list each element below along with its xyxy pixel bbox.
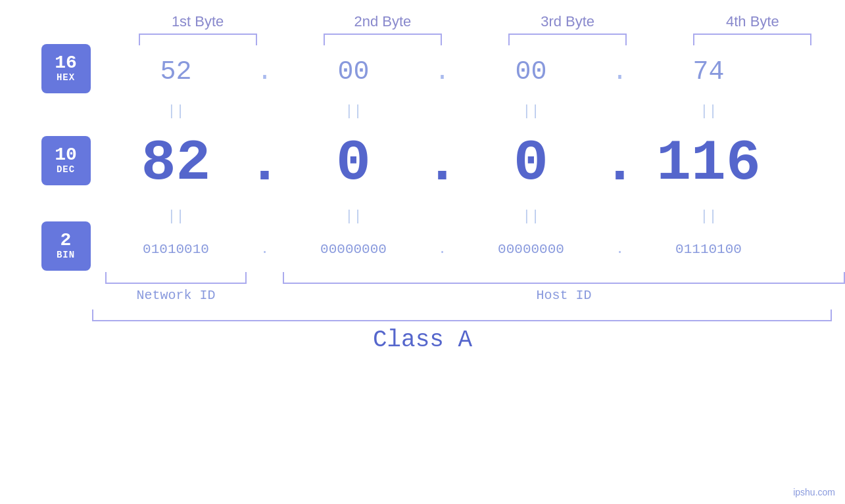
top-brackets [0, 34, 845, 45]
hex-row: 52 . 00 . 00 . 74 [105, 45, 845, 98]
bin-dot-3: . [602, 242, 638, 257]
eq1-spacer [26, 98, 105, 124]
main-container: 1st Byte 2nd Byte 3rd Byte 4th Byte 16 H… [0, 0, 845, 504]
bracket-network-id [105, 272, 247, 284]
hex-dot-3: . [602, 57, 638, 87]
class-label: Class A [0, 327, 845, 354]
eq1-2: || [283, 103, 424, 120]
bin-badge-label: BIN [57, 250, 75, 260]
bin-badge-number: 2 [60, 231, 72, 250]
eq2-4: || [638, 208, 779, 225]
bin-badge: 2 BIN [41, 221, 91, 271]
bin-val-1: 01010010 [105, 242, 247, 257]
dec-dot-3: . [602, 131, 638, 196]
hex-val-4: 74 [638, 57, 779, 87]
network-id-label: Network ID [105, 288, 247, 303]
hex-dot-2: . [424, 57, 460, 87]
byte-header-2: 2nd Byte [310, 13, 455, 30]
byte-header-1: 1st Byte [126, 13, 270, 30]
eq2-3: || [460, 208, 602, 225]
bracket-top-3 [508, 34, 627, 45]
eq1-1: || [105, 103, 247, 120]
hex-badge-label: HEX [57, 72, 75, 83]
content-wrapper: 16 HEX 10 DEC 2 BIN [0, 45, 845, 303]
host-id-label: Host ID [283, 288, 845, 303]
values-column: 52 . 00 . 00 . 74 [105, 45, 845, 303]
dec-dot-1: . [247, 131, 283, 196]
badges-column: 16 HEX 10 DEC 2 BIN [26, 45, 105, 303]
watermark: ipshu.com [793, 487, 835, 497]
bin-dot-1: . [247, 242, 283, 257]
bin-val-4: 01110100 [638, 242, 779, 257]
byte-header-3: 3rd Byte [495, 13, 640, 30]
bin-val-2: 00000000 [283, 242, 424, 257]
dec-dot-2: . [424, 131, 460, 196]
equals-row-1: || || || || [105, 98, 845, 124]
eq1-3: || [460, 103, 602, 120]
byte-headers-row: 1st Byte 2nd Byte 3rd Byte 4th Byte [0, 13, 845, 30]
hex-val-2: 00 [283, 57, 424, 87]
dec-val-1: 82 [105, 135, 247, 193]
dec-row: 82 . 0 . 0 . 116 [105, 124, 845, 203]
hex-val-3: 00 [460, 57, 602, 87]
bracket-top-2 [324, 34, 442, 45]
dec-val-4: 116 [638, 135, 779, 193]
hex-badge-row: 16 HEX [26, 45, 105, 98]
id-labels: Network ID Host ID [105, 288, 845, 303]
dec-val-3: 0 [460, 135, 602, 193]
byte-header-4: 4th Byte [680, 13, 825, 30]
bin-row: 01010010 . 00000000 . 00000000 . [105, 229, 845, 269]
hex-badge-number: 16 [55, 54, 77, 72]
hex-badge: 16 HEX [41, 44, 91, 93]
dec-badge: 10 DEC [41, 136, 91, 185]
eq2-1: || [105, 208, 247, 225]
bracket-host-id [283, 272, 845, 284]
bracket-top-1 [139, 34, 257, 45]
dec-val-2: 0 [283, 135, 424, 193]
id-gap [247, 288, 283, 303]
bracket-gap-1 [247, 272, 283, 284]
hex-dot-1: . [247, 57, 283, 87]
eq2-2: || [283, 208, 424, 225]
bin-val-3: 00000000 [460, 242, 602, 257]
hex-val-1: 52 [105, 57, 247, 87]
bottom-brackets [105, 272, 845, 284]
bin-badge-row: 2 BIN [26, 229, 105, 269]
eq1-4: || [638, 103, 779, 120]
bin-dot-2: . [424, 242, 460, 257]
equals-row-2: || || || || [105, 203, 845, 229]
dec-badge-number: 10 [55, 146, 77, 164]
dec-badge-row: 10 DEC [26, 124, 105, 203]
full-bottom-bracket [92, 309, 832, 321]
bracket-top-4 [693, 34, 811, 45]
dec-badge-label: DEC [57, 164, 75, 175]
